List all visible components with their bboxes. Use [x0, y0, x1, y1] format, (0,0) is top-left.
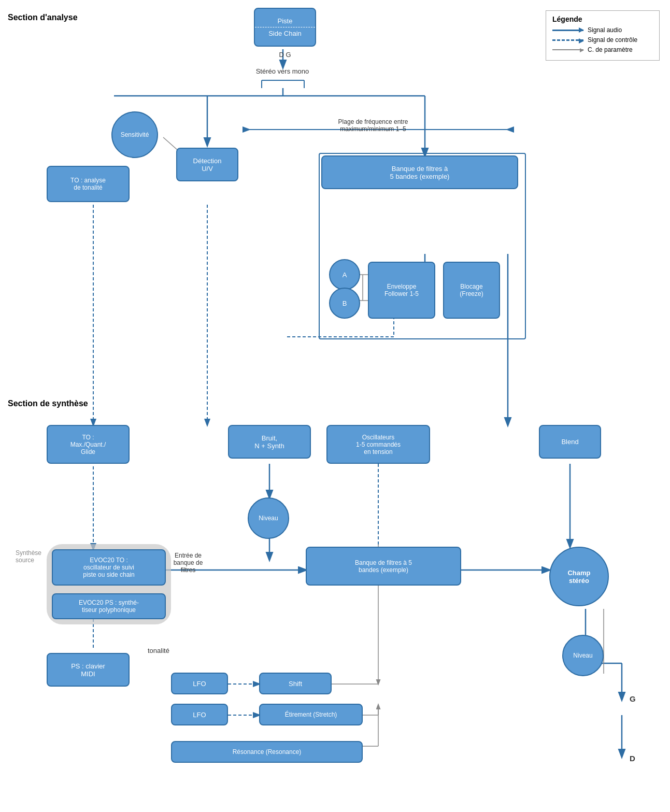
ps-clavier-box[interactable]: PS : clavier MIDI	[47, 653, 130, 687]
legend-parametre-arrow	[552, 49, 583, 50]
lfo2-box[interactable]: LFO	[171, 704, 228, 725]
stereo-mono-label: Stéréo vers mono	[228, 67, 337, 75]
d-label: D	[630, 754, 635, 763]
banque-filtres-bas-label: Banque de filtres à 5 bandes (exemple)	[355, 559, 412, 574]
side-chain-label: Side Chain	[268, 27, 302, 39]
plage-freq-label: Plage de fréquence entre maximum/minimum…	[295, 118, 451, 133]
to-max-label: TO : Max./Quant./ Glide	[70, 434, 106, 455]
sensitivite-circle[interactable]: Sensitivité	[111, 111, 158, 158]
circle-b-label: B	[343, 300, 347, 307]
legend-title: Légende	[552, 15, 653, 23]
entree-banque-label: Entrée de banque de filtres	[165, 552, 211, 574]
piste-label: Piste	[255, 15, 315, 27]
to-analyse-box[interactable]: TO : analyse de tonalité	[47, 166, 130, 202]
legend-row-parametre: C. de paramètre	[552, 46, 653, 53]
champ-stereo-circle[interactable]: Champ stéréo	[549, 547, 609, 606]
legend-audio-label: Signal audio	[588, 26, 622, 34]
diagram-container: Section d'analyse Légende Signal audio S…	[0, 0, 670, 812]
shift-label: Shift	[289, 680, 302, 688]
legend-controle-arrow	[552, 39, 583, 41]
blend-label: Blend	[561, 438, 578, 446]
bruit-synth-label: Bruit, N + Synth	[254, 434, 284, 450]
champ-stereo-label: Champ stéréo	[567, 569, 590, 585]
evoc20-ps-label: EVOC20 PS : synthé- tiseur polyphonique	[79, 599, 139, 614]
dg-label: D G	[256, 51, 313, 59]
evoc20-to-box[interactable]: EVOC20 TO : oscillateur de suivi piste o…	[52, 549, 166, 586]
legend-box: Légende Signal audio Signal de contrôle …	[546, 10, 660, 61]
niveau-synth-circle[interactable]: Niveau	[248, 497, 289, 539]
detection-uv-label: Détection U/V	[193, 157, 222, 173]
ps-clavier-label: PS : clavier MIDI	[71, 662, 105, 678]
to-max-box[interactable]: TO : Max./Quant./ Glide	[47, 425, 130, 464]
section-synthese-title: Section de synthèse	[8, 399, 88, 408]
section-analyse-title: Section d'analyse	[8, 13, 78, 22]
legend-parametre-label: C. de paramètre	[588, 46, 633, 53]
evoc20-ps-box[interactable]: EVOC20 PS : synthé- tiseur polyphonique	[52, 593, 166, 619]
enveloppe-follower-label: Enveloppe Follower 1-5	[384, 283, 419, 297]
enveloppe-follower-box[interactable]: Enveloppe Follower 1-5	[368, 262, 435, 319]
blocage-freeze-label: Blocage (Freeze)	[460, 283, 483, 297]
circle-a[interactable]: A	[329, 259, 360, 290]
resonance-label: Résonance (Resonance)	[233, 748, 302, 756]
circle-b[interactable]: B	[329, 288, 360, 319]
niveau-bas-label: Niveau	[573, 652, 592, 659]
bruit-synth-box[interactable]: Bruit, N + Synth	[228, 425, 311, 459]
detection-uv-box[interactable]: Détection U/V	[176, 148, 238, 181]
to-analyse-label: TO : analyse de tonalité	[70, 177, 106, 191]
legend-controle-label: Signal de contrôle	[588, 36, 637, 44]
piste-side-chain-box[interactable]: Piste Side Chain	[254, 8, 316, 47]
shift-box[interactable]: Shift	[259, 673, 332, 694]
lfo2-label: LFO	[193, 711, 206, 719]
blocage-freeze-box[interactable]: Blocage (Freeze)	[443, 262, 500, 319]
banque-filtres-bas-box[interactable]: Banque de filtres à 5 bandes (exemple)	[306, 547, 461, 586]
resonance-box[interactable]: Résonance (Resonance)	[171, 741, 363, 763]
oscillateurs-label: Oscillateurs 1-5 commandés en tension	[356, 434, 401, 455]
lfo1-box[interactable]: LFO	[171, 673, 228, 694]
legend-audio-arrow	[552, 30, 583, 31]
lfo1-label: LFO	[193, 680, 206, 688]
tonalite-label: tonalité	[148, 647, 169, 654]
evoc20-to-label: EVOC20 TO : oscillateur de suivi piste o…	[83, 557, 134, 578]
sensitivite-label: Sensitivité	[121, 131, 149, 138]
etirement-box[interactable]: Étirement (Stretch)	[259, 704, 363, 725]
g-label: G	[630, 694, 636, 703]
legend-row-audio: Signal audio	[552, 26, 653, 34]
oscillateurs-box[interactable]: Oscillateurs 1-5 commandés en tension	[326, 425, 430, 464]
blend-box[interactable]: Blend	[539, 425, 601, 459]
legend-row-controle: Signal de contrôle	[552, 36, 653, 44]
niveau-bas-circle[interactable]: Niveau	[562, 635, 604, 676]
niveau-synth-label: Niveau	[259, 515, 278, 522]
circle-a-label: A	[343, 271, 347, 279]
synthese-source-label: Synthèse source	[16, 549, 41, 564]
etirement-label: Étirement (Stretch)	[285, 711, 337, 718]
